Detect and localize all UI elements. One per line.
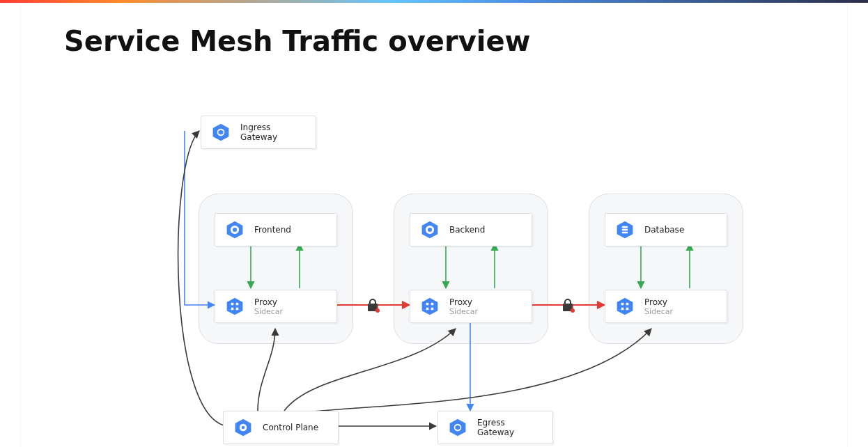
hexagon-icon [225,220,245,240]
node-control-plane: Control Plane [223,411,339,444]
node-proxy-backend: Proxy Sidecar [410,290,532,323]
svg-rect-15 [622,229,628,231]
node-ingress-gateway: Ingress Gateway [201,116,316,149]
svg-rect-29 [626,303,629,306]
svg-rect-1 [377,306,378,310]
node-labels: Proxy Sidecar [644,297,673,316]
node-label: Egress Gateway [477,418,543,437]
svg-rect-16 [622,232,628,234]
hexagon-icon [420,297,440,316]
node-label: Proxy [644,297,673,307]
svg-marker-17 [227,298,243,315]
svg-rect-26 [431,308,434,311]
hexagon-icon [448,418,467,437]
svg-point-34 [242,426,245,429]
node-labels: Proxy Sidecar [254,297,283,316]
node-label: Ingress Gateway [240,123,306,142]
hexagon-icon [233,418,253,437]
svg-marker-27 [617,298,633,315]
node-sublabel: Sidecar [254,307,283,316]
svg-rect-24 [431,303,434,306]
node-label: Control Plane [263,423,318,432]
edges-layer [21,79,847,447]
svg-point-9 [233,228,237,232]
node-label: Backend [449,225,485,235]
svg-rect-21 [236,308,239,311]
node-label: Proxy [449,297,478,307]
node-labels: Proxy Sidecar [449,297,478,316]
node-sublabel: Sidecar [449,307,478,316]
node-sublabel: Sidecar [644,307,673,316]
hexagon-icon [615,220,635,240]
svg-rect-25 [426,308,429,311]
node-backend: Backend [410,213,532,246]
hexagon-icon [225,297,245,316]
svg-rect-28 [621,303,624,306]
svg-point-12 [428,228,432,232]
lock-icon [560,297,577,313]
svg-rect-31 [626,308,629,311]
node-label: Database [644,225,684,235]
node-proxy-database: Proxy Sidecar [605,290,727,323]
svg-rect-14 [622,226,628,228]
lock-icon [365,297,382,313]
node-frontend: Frontend [215,213,337,246]
node-egress-gateway: Egress Gateway [437,411,553,444]
svg-rect-20 [231,308,234,311]
svg-marker-22 [422,298,438,315]
svg-rect-3 [572,306,573,310]
node-label: Frontend [254,225,291,235]
diagram-stage: Ingress Gateway Frontend Backend Databas… [21,79,847,447]
hexagon-icon [420,220,440,240]
svg-rect-23 [426,303,429,306]
svg-rect-30 [621,308,624,311]
hexagon-icon [615,297,635,316]
page-title: Service Mesh Traffic overview [21,3,847,57]
svg-rect-19 [236,303,239,306]
node-database: Database [605,213,727,246]
svg-rect-18 [231,303,234,306]
hexagon-icon [211,123,231,142]
node-proxy-frontend: Proxy Sidecar [215,290,337,323]
node-label: Proxy [254,297,283,307]
